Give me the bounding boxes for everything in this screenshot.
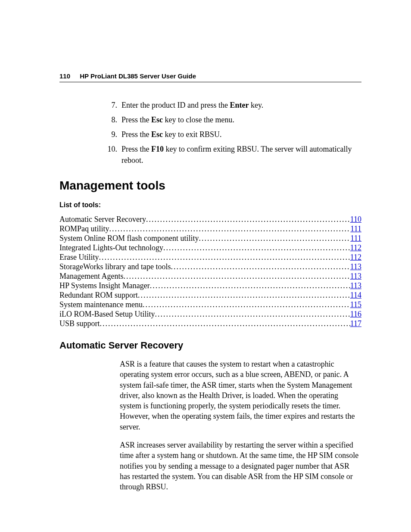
toc-label: Erase Utility — [59, 253, 99, 262]
step-item: 9. Press the Esc key to exit RBSU. — [59, 129, 361, 140]
doc-title: HP ProLiant DL385 Server User Guide — [80, 72, 196, 80]
body-paragraph: ASR is a feature that causes the system … — [120, 359, 361, 432]
list-of-tools-label: List of tools: — [59, 201, 361, 209]
toc-dots — [109, 224, 351, 234]
toc-dots — [146, 215, 350, 224]
table-of-contents: Automatic Server Recovery110 ROMPaq util… — [59, 215, 361, 328]
toc-page-link[interactable]: 113 — [350, 272, 361, 281]
toc-dots — [143, 300, 350, 310]
toc-label: System Online ROM flash component utilit… — [59, 234, 199, 243]
toc-dots — [138, 291, 350, 300]
toc-label: USB support — [59, 319, 100, 329]
toc-page-link[interactable]: 111 — [350, 224, 361, 234]
toc-page-link[interactable]: 116 — [350, 310, 361, 319]
step-item: 7. Enter the product ID and press the En… — [59, 100, 361, 111]
step-text: Press the Esc key to close the menu. — [121, 114, 361, 125]
toc-dots — [100, 319, 350, 329]
numbered-steps: 7. Enter the product ID and press the En… — [59, 100, 361, 166]
body-paragraph: ASR increases server availability by res… — [120, 440, 361, 492]
toc-row: Redundant ROM support114 — [59, 291, 361, 300]
step-number: 8. — [105, 114, 117, 125]
toc-page-link[interactable]: 113 — [350, 281, 361, 291]
toc-row: USB support 117 — [59, 319, 361, 329]
toc-row: ROMPaq utility 111 — [59, 224, 361, 234]
toc-page-link[interactable]: 115 — [350, 300, 361, 310]
toc-label: HP Systems Insight Manager — [59, 281, 150, 291]
toc-dots — [155, 310, 350, 319]
toc-dots — [123, 272, 350, 281]
toc-page-link[interactable]: 113 — [350, 262, 361, 272]
toc-page-link[interactable]: 112 — [350, 243, 361, 253]
step-text: Press the F10 key to confirm exiting RBS… — [121, 143, 361, 166]
toc-row: Integrated Lights-Out technology112 — [59, 243, 361, 253]
section-heading: Management tools — [59, 179, 361, 193]
toc-dots — [199, 234, 350, 243]
toc-page-link[interactable]: 111 — [350, 234, 361, 243]
step-item: 8. Press the Esc key to close the menu. — [59, 114, 361, 125]
toc-label: Automatic Server Recovery — [59, 215, 146, 224]
toc-dots — [99, 253, 350, 262]
toc-row: Erase Utility112 — [59, 253, 361, 262]
toc-label: System maintenance menu — [59, 300, 143, 310]
step-number: 10. — [105, 143, 117, 166]
step-number: 9. — [105, 129, 117, 140]
step-text: Enter the product ID and press the Enter… — [121, 100, 361, 111]
toc-row: System maintenance menu 115 — [59, 300, 361, 310]
toc-label: Integrated Lights-Out technology — [59, 243, 163, 253]
toc-dots — [150, 281, 350, 291]
toc-label: Redundant ROM support — [59, 291, 138, 300]
subsection-heading: Automatic Server Recovery — [59, 340, 361, 351]
step-text: Press the Esc key to exit RBSU. — [121, 129, 361, 140]
toc-label: ROMPaq utility — [59, 224, 109, 234]
toc-page-link[interactable]: 114 — [350, 291, 361, 300]
document-page: 110 HP ProLiant DL385 Server User Guide … — [0, 0, 411, 492]
toc-row: StorageWorks library and tape tools113 — [59, 262, 361, 272]
toc-dots — [163, 243, 350, 253]
toc-row: Management Agents113 — [59, 272, 361, 281]
toc-label: iLO ROM-Based Setup Utility — [59, 310, 155, 319]
toc-label: StorageWorks library and tape tools — [59, 262, 171, 272]
step-item: 10. Press the F10 key to confirm exiting… — [59, 143, 361, 166]
toc-page-link[interactable]: 112 — [350, 253, 361, 262]
toc-row: System Online ROM flash component utilit… — [59, 234, 361, 243]
page-number: 110 — [59, 72, 70, 80]
toc-row: iLO ROM-Based Setup Utility116 — [59, 310, 361, 319]
toc-row: Automatic Server Recovery110 — [59, 215, 361, 224]
running-header: 110 HP ProLiant DL385 Server User Guide — [59, 72, 361, 82]
toc-label: Management Agents — [59, 272, 123, 281]
toc-row: HP Systems Insight Manager 113 — [59, 281, 361, 291]
toc-page-link[interactable]: 117 — [350, 319, 361, 329]
step-number: 7. — [105, 100, 117, 111]
toc-page-link[interactable]: 110 — [350, 215, 361, 224]
toc-dots — [171, 262, 350, 272]
